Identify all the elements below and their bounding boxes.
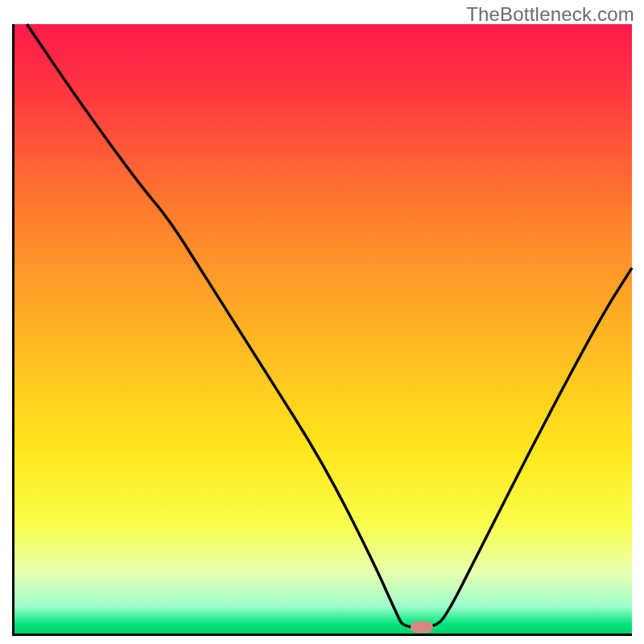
watermark-text: TheBottleneck.com [466, 3, 634, 26]
chart-container: TheBottleneck.com [0, 0, 644, 644]
curve-svg [14, 24, 632, 634]
optimal-point-marker [411, 621, 433, 633]
plot-area [12, 24, 632, 636]
bottleneck-curve-path [27, 24, 632, 627]
